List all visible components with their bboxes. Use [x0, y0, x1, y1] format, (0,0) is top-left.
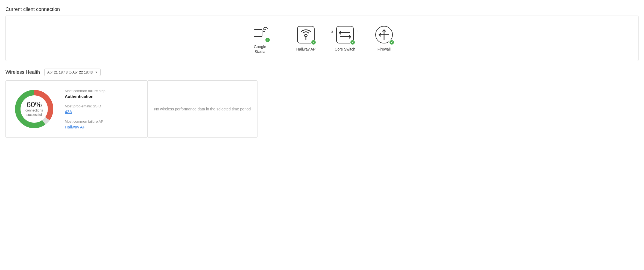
client-label: GoogleStadia — [254, 44, 266, 54]
health-cards-container: 60% connectionssuccessful Most common fa… — [5, 80, 639, 138]
donut-center: 60% connectionssuccessful — [25, 101, 43, 117]
health-summary-card: 60% connectionssuccessful Most common fa… — [5, 80, 148, 138]
firewall-icon — [374, 25, 394, 45]
firewall-node: Firewall — [374, 25, 394, 52]
switch-check — [350, 40, 355, 45]
client-check — [265, 37, 270, 43]
problematic-ssid-stat: Most problematic SSID 43A — [65, 104, 106, 114]
ap-icon — [296, 25, 316, 45]
donut-chart: 60% connectionssuccessful — [12, 87, 56, 131]
topology-diagram: GoogleStadia — [250, 22, 394, 54]
time-range-dropdown[interactable]: Apr 21 18:43 to Apr 22 18:43 ▼ — [44, 69, 101, 76]
performance-card: No wireless performance data in the sele… — [147, 80, 257, 138]
switch-node: Core Switch — [335, 25, 355, 52]
connection-title: Current client connection — [5, 7, 639, 12]
donut-label: connectionssuccessful — [25, 109, 43, 117]
connector-dashed — [272, 35, 294, 35]
failure-step-stat: Most common failure step Authentication — [65, 89, 106, 99]
connector-1: 3 — [316, 30, 335, 40]
failure-step-label: Most common failure step — [65, 89, 106, 93]
failure-ap-stat: Most common failure AP Hallway AP — [65, 119, 106, 129]
dropdown-arrow-icon: ▼ — [95, 71, 98, 74]
switch-icon — [335, 25, 355, 45]
firewall-label: Firewall — [377, 47, 391, 52]
port-3: 3 — [331, 30, 333, 34]
svg-point-1 — [305, 34, 307, 37]
switch-label: Core Switch — [335, 47, 355, 52]
performance-message: No wireless performance data in the sele… — [154, 106, 251, 112]
firewall-check — [389, 40, 394, 45]
ap-check — [311, 40, 316, 45]
ap-label: Hallway AP — [296, 47, 316, 52]
health-stats: Most common failure step Authentication … — [65, 89, 106, 129]
failure-ap-label: Most common failure AP — [65, 119, 106, 124]
wireless-health-title: Wireless Health — [5, 69, 40, 75]
port-1: 1 — [357, 30, 359, 34]
connector-2: 1 — [355, 30, 374, 40]
svg-rect-0 — [254, 30, 262, 37]
client-icon — [250, 22, 270, 42]
problematic-ssid-label: Most problematic SSID — [65, 104, 106, 108]
ssid-link[interactable]: 43A — [65, 109, 106, 114]
client-node: GoogleStadia — [250, 22, 270, 54]
wireless-health-header: Wireless Health Apr 21 18:43 to Apr 22 1… — [5, 69, 639, 76]
time-range-label: Apr 21 18:43 to Apr 22 18:43 — [47, 70, 93, 74]
donut-percent: 60% — [25, 101, 43, 109]
failure-ap-link[interactable]: Hallway AP — [65, 125, 106, 129]
connection-panel: GoogleStadia — [5, 16, 639, 61]
failure-step-value: Authentication — [65, 94, 106, 99]
ap-node: Hallway AP — [296, 25, 316, 52]
